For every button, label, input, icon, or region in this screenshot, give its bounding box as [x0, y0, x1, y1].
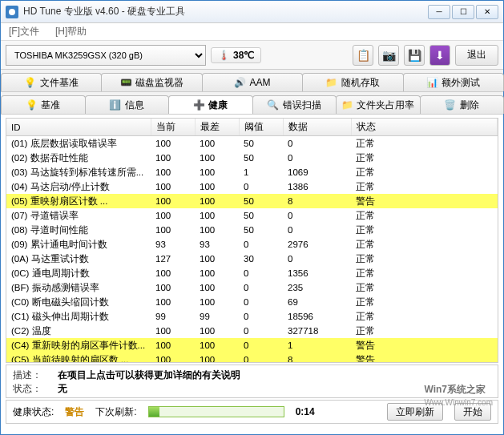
drive-select[interactable]: TOSHIBA MK3259GSX (320 gB) [6, 45, 206, 66]
table-row[interactable]: (05) 重映射扇区计数 ...100100508警告 [6, 194, 498, 208]
maximize-button[interactable]: ☐ [452, 5, 474, 19]
cell-th: 0 [239, 179, 283, 194]
header-threshold[interactable]: 阈值 [239, 119, 283, 136]
header-status[interactable]: 状态 [351, 119, 498, 136]
menu-file[interactable]: [F]文件 [9, 25, 39, 38]
tab-icon: 📊 [426, 77, 437, 88]
start-button[interactable]: 开始 [454, 403, 491, 421]
cell-data: 8 [283, 352, 351, 363]
header-id[interactable]: ID [6, 119, 151, 136]
cell-id: (0A) 马达重试计数 [6, 252, 151, 266]
cell-status: 正常 [351, 324, 498, 338]
titlebar: HD Tune 专业版 v4.60 - 硬盘专业工具 ─ ☐ ✕ [1, 1, 503, 23]
camera-icon[interactable]: 📷 [378, 45, 399, 66]
table-row[interactable]: (02) 数据吞吐性能100100500正常 [6, 151, 498, 165]
cell-cur: 127 [151, 252, 195, 266]
table-row[interactable]: (C1) 磁头伸出周期计数9999018596正常 [6, 309, 498, 324]
table-row[interactable]: (07) 寻道错误率100100500正常 [6, 208, 498, 223]
cell-th: 0 [239, 266, 283, 280]
header-current[interactable]: 当前 [151, 119, 195, 136]
tab-基准[interactable]: 💡基准 [1, 95, 86, 114]
tab-label: 删除 [460, 99, 479, 112]
cell-id: (BF) 振动感测错误率 [6, 280, 151, 295]
copy-icon[interactable]: 📋 [353, 45, 373, 66]
table-row[interactable]: (08) 寻道时间性能100100500正常 [6, 223, 498, 237]
tab-AAM[interactable]: 🔊AAM [202, 73, 303, 91]
cell-data: 8 [283, 194, 351, 208]
tabs-top: 💡文件基准📟磁盘监视器🔊AAM📁随机存取📊额外测试 [1, 70, 503, 92]
table-row[interactable]: (01) 底层数据读取错误率100100500正常 [6, 136, 498, 151]
table-row[interactable]: (03) 马达旋转到标准转速所需...10010011069正常 [6, 165, 498, 179]
table-row[interactable]: (C5) 当前待映射的扇区数 ...10010008警告 [6, 352, 498, 363]
table-row[interactable]: (C2) 温度1001000327718正常 [6, 324, 498, 338]
cell-cur: 100 [151, 136, 195, 151]
cell-cur: 100 [151, 223, 195, 237]
cell-worst: 100 [195, 194, 239, 208]
cell-cur: 100 [151, 208, 195, 223]
cell-worst: 100 [195, 338, 239, 352]
menu-help[interactable]: [H]帮助 [55, 25, 87, 38]
cell-status: 正常 [351, 237, 498, 252]
cell-id: (C1) 磁头伸出周期计数 [6, 309, 151, 324]
tab-信息[interactable]: ℹ️信息 [85, 95, 170, 114]
health-value: 警告 [65, 405, 84, 419]
tab-icon: 💡 [26, 99, 37, 111]
refresh-label: 下次刷新: [95, 405, 136, 419]
table-row[interactable]: (C4) 重新映射的扇区事件计数...10010001警告 [6, 338, 498, 352]
cell-cur: 100 [151, 165, 195, 179]
menubar: [F]文件 [H]帮助 [1, 23, 503, 41]
app-window: HD Tune 专业版 v4.60 - 硬盘专业工具 ─ ☐ ✕ [F]文件 [… [0, 0, 504, 435]
cell-worst: 99 [195, 309, 239, 324]
cell-status: 正常 [351, 252, 498, 266]
cell-data: 0 [283, 151, 351, 165]
minimize-button[interactable]: ─ [428, 5, 450, 19]
cell-th: 50 [239, 136, 283, 151]
cell-th: 0 [239, 338, 283, 352]
table-row[interactable]: (C0) 断电磁头缩回计数100100069正常 [6, 295, 498, 309]
tab-随机存取[interactable]: 📁随机存取 [302, 73, 403, 91]
table-row[interactable]: (BF) 振动感测错误率1001000235正常 [6, 280, 498, 295]
cell-cur: 100 [151, 151, 195, 165]
desc-text: 在项目上点击可以获得更加详细的有关说明 [58, 369, 240, 382]
cell-data: 69 [283, 295, 351, 309]
cell-th: 50 [239, 151, 283, 165]
tab-label: 磁盘监视器 [135, 76, 183, 90]
cell-id: (C2) 温度 [6, 324, 151, 338]
cell-status: 正常 [351, 280, 498, 295]
cell-th: 0 [239, 309, 283, 324]
tab-健康[interactable]: ➕健康 [168, 95, 253, 114]
close-button[interactable]: ✕ [476, 5, 498, 19]
tab-icon: 🔍 [268, 99, 279, 111]
download-icon[interactable]: ⬇ [429, 45, 450, 66]
header-data[interactable]: 数据 [283, 119, 351, 136]
cell-worst: 100 [195, 223, 239, 237]
cell-th: 30 [239, 252, 283, 266]
tab-错误扫描[interactable]: 🔍错误扫描 [252, 95, 337, 114]
tab-label: 额外测试 [442, 76, 480, 90]
tab-磁盘监视器[interactable]: 📟磁盘监视器 [101, 73, 202, 91]
refresh-progress [148, 406, 284, 417]
header-worst[interactable]: 最差 [195, 119, 239, 136]
cell-cur: 100 [151, 194, 195, 208]
table-row[interactable]: (0A) 马达重试计数127100300正常 [6, 252, 498, 266]
tab-icon: 🗑️ [445, 99, 456, 111]
cell-status: 正常 [351, 165, 498, 179]
tab-删除[interactable]: 🗑️删除 [420, 95, 505, 114]
cell-worst: 100 [195, 266, 239, 280]
table-row[interactable]: (04) 马达启动/停止计数10010001386正常 [6, 179, 498, 194]
tab-额外测试[interactable]: 📊额外测试 [403, 73, 504, 91]
refresh-time: 0:14 [296, 406, 315, 417]
cell-th: 50 [239, 194, 283, 208]
tab-文件基准[interactable]: 💡文件基准 [1, 73, 102, 91]
cell-th: 0 [239, 324, 283, 338]
smart-table: ID 当前 最差 阈值 数据 状态 (01) 底层数据读取错误率10010050… [6, 119, 498, 363]
table-row[interactable]: (0C) 通电周期计数10010001356正常 [6, 266, 498, 280]
save-icon[interactable]: 💾 [404, 45, 425, 66]
temperature-display: 🌡️ 38℃ [211, 47, 261, 63]
cell-worst: 100 [195, 151, 239, 165]
exit-button[interactable]: 退出 [455, 45, 498, 66]
cell-worst: 100 [195, 295, 239, 309]
tab-文件夹占用率[interactable]: 📁文件夹占用率 [336, 95, 421, 114]
table-row[interactable]: (09) 累计通电时间计数939302976正常 [6, 237, 498, 252]
refresh-now-button[interactable]: 立即刷新 [387, 403, 443, 421]
